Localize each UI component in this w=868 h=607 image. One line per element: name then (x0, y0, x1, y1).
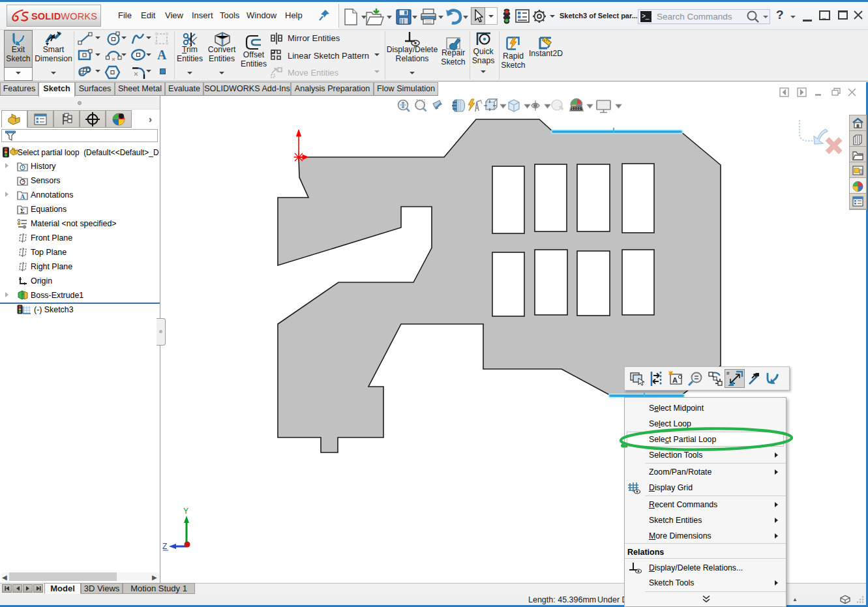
svg-text:Y: Y (183, 507, 188, 516)
svg-text:Z: Z (162, 542, 167, 551)
svg-text:A: A (672, 376, 678, 384)
svg-text:#: # (726, 370, 730, 376)
